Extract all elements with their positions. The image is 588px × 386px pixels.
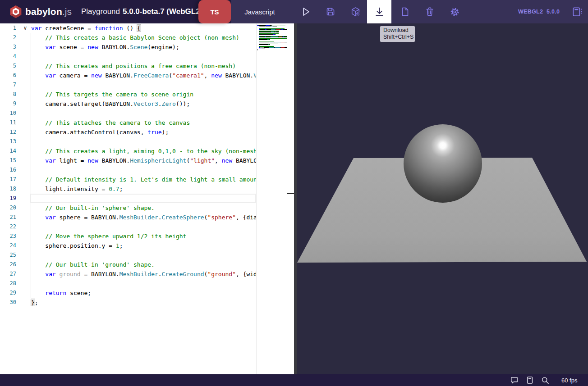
run-button[interactable] [296, 0, 316, 23]
delete-button[interactable] [420, 0, 440, 23]
code-line[interactable] [0, 222, 256, 232]
minimap-line [257, 47, 287, 48]
code-line[interactable]: // Move the sphere upward 1/2 its height [0, 232, 256, 241]
header-bar: babylon.js Playground 5.0.0-beta.7 (WebG… [0, 0, 588, 23]
code-line[interactable] [0, 137, 256, 146]
minimap-line [257, 42, 287, 43]
brand-text: babylon.js [25, 0, 72, 23]
download-button[interactable] [367, 0, 391, 23]
code-line[interactable]: // This creates and positions a free cam… [0, 61, 256, 71]
inspector-cube-icon [350, 6, 361, 18]
typescript-toggle-button[interactable]: TS [198, 0, 231, 23]
code-line[interactable]: camera.setTarget(BABYLON.Vector3.Zero())… [0, 99, 256, 109]
code-line[interactable]: // This targets the camera to scene orig… [0, 90, 256, 99]
minimap[interactable] [256, 23, 287, 374]
code-line[interactable] [0, 109, 256, 118]
code-line[interactable] [0, 80, 256, 90]
download-tooltip: Download Shift+Ctrl+S [380, 26, 415, 42]
render-canvas[interactable] [297, 23, 588, 374]
trash-icon [424, 6, 435, 17]
code-line[interactable] [0, 52, 256, 61]
qr-mobile-button[interactable] [567, 0, 587, 23]
language-label: Javascript [244, 8, 275, 16]
docs-icon[interactable] [525, 376, 534, 385]
search-icon[interactable] [540, 376, 550, 385]
save-button[interactable] [321, 0, 340, 23]
settings-button[interactable] [445, 0, 464, 23]
code-line[interactable]: var camera = new BABYLON.FreeCamera("cam… [0, 71, 256, 80]
code-line[interactable] [0, 279, 256, 288]
code-line[interactable] [0, 194, 256, 203]
brand-light: .js [62, 6, 72, 17]
new-document-icon [400, 6, 410, 17]
code-line[interactable]: // This attaches the camera to the canva… [0, 118, 256, 127]
code-line[interactable]: var sphere = BABYLON.MeshBuilder.CreateS… [0, 213, 256, 222]
tooltip-shortcut: Shift+Ctrl+S [383, 34, 412, 41]
tooltip-title: Download [383, 27, 412, 34]
brand-bold: babylon [25, 6, 62, 17]
engine-label: WEBGL2 [518, 0, 543, 23]
language-selector[interactable]: Javascript [231, 0, 289, 23]
version-label: 5.0.0 [547, 0, 560, 23]
download-icon [374, 6, 385, 18]
babylon-logo-icon [9, 5, 23, 18]
code-line[interactable] [0, 250, 256, 260]
gear-icon [449, 6, 460, 18]
title-regular: Playground [81, 7, 120, 16]
code-line[interactable]: sphere.position.y = 1; [0, 241, 256, 250]
play-icon [300, 6, 312, 18]
code-line[interactable]: // Our built-in 'ground' shape. [0, 260, 256, 269]
splitter-handle[interactable] [287, 193, 294, 194]
comments-icon[interactable] [510, 376, 519, 385]
title-version: 5.0.0-beta.7 (WebGL2) [123, 7, 202, 16]
ts-label: TS [210, 8, 219, 16]
code-editor[interactable]: 1234567891011121314151617181920212223242… [0, 23, 294, 374]
mobile-device-icon [571, 6, 583, 18]
code-line[interactable]: light.intensity = 0.7; [0, 184, 256, 194]
page-title: Playground 5.0.0-beta.7 (WebGL2) [81, 0, 202, 23]
code-line[interactable]: var createScene = function () { [0, 23, 256, 33]
new-button[interactable] [395, 0, 415, 23]
status-bar: 60 fps [0, 374, 588, 386]
code-line[interactable]: // This creates a light, aiming 0,1,0 - … [0, 146, 256, 156]
minimap-line [257, 50, 287, 50]
code-line[interactable]: return scene; [0, 288, 256, 298]
babylon-playground: babylon.js Playground 5.0.0-beta.7 (WebG… [0, 0, 588, 386]
code-line[interactable]: // Our built-in 'sphere' shape. [0, 203, 256, 213]
code-line[interactable]: }; [0, 298, 256, 307]
code-line[interactable]: // This creates a basic Babylon Scene ob… [0, 33, 256, 42]
code-line[interactable] [0, 165, 256, 175]
fps-counter: 60 fps [561, 374, 577, 386]
sphere-mesh [404, 124, 482, 203]
code-line[interactable]: // Default intensity is 1. Let's dim the… [0, 175, 256, 184]
code-lines[interactable]: var createScene = function () { // This … [0, 23, 256, 307]
code-line[interactable]: camera.attachControl(canvas, true); [0, 127, 256, 137]
code-line[interactable]: var ground = BABYLON.MeshBuilder.CreateG… [0, 269, 256, 279]
save-icon [325, 6, 336, 17]
code-line[interactable]: var scene = new BABYLON.Scene(engine); [0, 42, 256, 52]
code-line[interactable]: var light = new BABYLON.HemisphericLight… [0, 156, 256, 165]
inspector-button[interactable] [345, 0, 365, 23]
